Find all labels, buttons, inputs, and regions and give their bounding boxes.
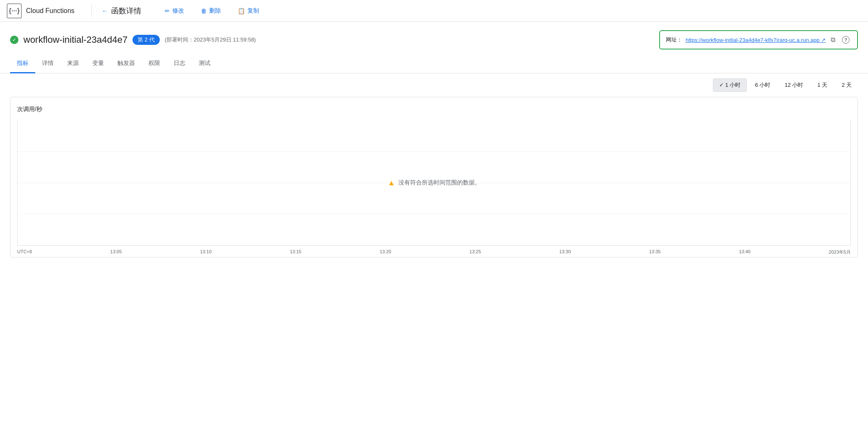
delete-label: 删除 [209, 7, 221, 15]
x-label-year: 2023年5月 [829, 249, 851, 255]
edit-button[interactable]: ✏ 修改 [158, 5, 191, 17]
app-logo-icon: {···} [7, 3, 22, 18]
chart-area: ▲ 没有符合所选时间范围的数据。 [17, 120, 851, 246]
x-label-1330: 13:30 [559, 249, 571, 255]
url-label: 网址： [666, 36, 682, 44]
copy-url-icon: ⧉ [831, 36, 835, 44]
time-12h-button[interactable]: 12 小时 [778, 78, 809, 92]
x-axis: UTC+8 13:05 13:10 13:15 13:20 13:25 13:3… [17, 246, 851, 257]
x-label-1320: 13:20 [379, 249, 391, 255]
delete-button[interactable]: 🗑 删除 [194, 5, 228, 17]
x-label-1310: 13:10 [200, 249, 212, 255]
time-1d-button[interactable]: 1 天 [811, 78, 834, 92]
action-buttons: ✏ 修改 🗑 删除 📋 复制 [158, 5, 266, 17]
x-label-1315: 13:15 [290, 249, 301, 255]
tab-test[interactable]: 测试 [192, 55, 217, 73]
copy-icon: 📋 [238, 8, 245, 14]
x-label-1325: 13:25 [470, 249, 481, 255]
tabs-bar: 指标 详情 来源 变量 触发器 权限 日志 测试 [0, 55, 868, 73]
time-2d-button[interactable]: 2 天 [835, 78, 858, 92]
no-data-text: 没有符合所选时间范围的数据。 [398, 179, 481, 187]
tab-details[interactable]: 详情 [35, 55, 60, 73]
chart-container: 次调用/秒 ▲ 没有符合所选时间范围的数据。 UTC+8 13:05 13:10… [10, 97, 858, 257]
grid-line-1 [18, 151, 851, 152]
url-link[interactable]: https://workflow-initial-23a4d4e7-klfx7i… [686, 37, 826, 43]
page-title: 函数详情 [111, 6, 141, 16]
tab-source[interactable]: 来源 [60, 55, 86, 73]
chart-no-data: ▲ 没有符合所选时间范围的数据。 [388, 178, 481, 187]
x-axis-labels: UTC+8 13:05 13:10 13:15 13:20 13:25 13:3… [17, 249, 851, 255]
function-name: workflow-initial-23a4d4e7 [23, 34, 127, 45]
x-label-1335: 13:35 [649, 249, 661, 255]
tab-triggers[interactable]: 触发器 [111, 55, 142, 73]
chart-title: 次调用/秒 [17, 106, 851, 113]
status-icon: ✓ [10, 36, 18, 44]
copy-label: 复制 [247, 7, 259, 15]
tab-logs[interactable]: 日志 [167, 55, 192, 73]
time-6h-button[interactable]: 6 小时 [748, 78, 777, 92]
x-label-1305: 13:05 [110, 249, 122, 255]
status-check: ✓ [12, 37, 16, 43]
nav-divider [91, 5, 92, 17]
back-arrow-icon: ← [102, 8, 108, 14]
edit-label: 修改 [172, 7, 184, 15]
function-header: ✓ workflow-initial-23a4d4e7 第 2 代 (部署时间：… [0, 22, 868, 55]
edit-icon: ✏ [165, 8, 170, 14]
url-help-button[interactable]: ? [840, 34, 851, 45]
x-label-utc: UTC+8 [17, 249, 32, 255]
app-logo-text: Cloud Functions [26, 7, 75, 15]
url-box: 网址： https://workflow-initial-23a4d4e7-kl… [659, 30, 858, 49]
back-button[interactable]: ← [99, 5, 111, 17]
tab-permissions[interactable]: 权限 [142, 55, 167, 73]
tab-metrics[interactable]: 指标 [10, 55, 35, 73]
y-axis-right [850, 120, 851, 245]
logo-area: {···} Cloud Functions [7, 3, 75, 18]
chart-section: 次调用/秒 ▲ 没有符合所选时间范围的数据。 UTC+8 13:05 13:10… [0, 97, 868, 257]
warning-icon: ▲ [388, 178, 395, 187]
generation-badge: 第 2 代 [133, 35, 159, 45]
url-copy-button[interactable]: ⧉ [829, 34, 837, 45]
help-icon: ? [842, 36, 850, 44]
deploy-time: (部署时间：2023年5月29日 11:59:58) [165, 36, 256, 44]
copy-button[interactable]: 📋 复制 [231, 5, 266, 17]
time-1h-button[interactable]: 1 小时 [713, 78, 747, 92]
tab-variables[interactable]: 变量 [86, 55, 111, 73]
delete-icon: 🗑 [201, 8, 207, 14]
time-range-bar: 1 小时 6 小时 12 小时 1 天 2 天 [0, 73, 868, 97]
top-nav: {···} Cloud Functions ← 函数详情 ✏ 修改 🗑 删除 📋… [0, 0, 868, 22]
x-label-1340: 13:40 [739, 249, 751, 255]
logo-dots: {···} [9, 7, 20, 15]
grid-line-3 [18, 214, 851, 214]
